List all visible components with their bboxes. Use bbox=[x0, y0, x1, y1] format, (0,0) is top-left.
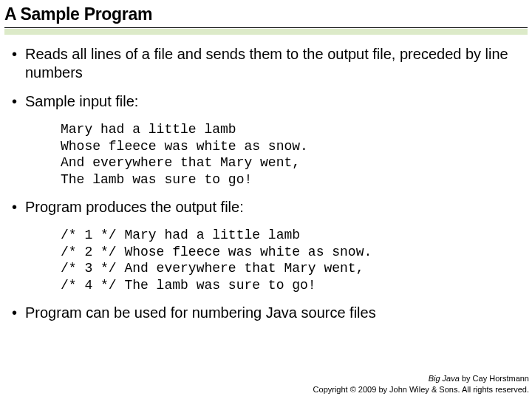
bullet-item: Reads all lines of a file and sends them… bbox=[9, 45, 523, 82]
footer-line-2: Copyright © 2009 by John Wiley & Sons. A… bbox=[313, 384, 529, 395]
bullet-item: Program can be used for numbering Java s… bbox=[9, 304, 523, 322]
code-output: /* 1 */ Mary had a little lamb /* 2 */ W… bbox=[61, 227, 523, 293]
footer: Big Java by Cay Horstmann Copyright © 20… bbox=[313, 373, 529, 395]
title-rule-dark bbox=[4, 27, 528, 28]
title-rule-light bbox=[4, 29, 528, 35]
footer-line-1: Big Java by Cay Horstmann bbox=[313, 373, 529, 383]
slide: A Sample Program Reads all lines of a fi… bbox=[0, 0, 532, 399]
bullet-list: Reads all lines of a file and sends them… bbox=[9, 45, 523, 111]
bullet-list: Program produces the output file: bbox=[9, 198, 523, 216]
bullet-item: Program produces the output file: bbox=[9, 198, 523, 216]
footer-book-title: Big Java bbox=[429, 374, 460, 383]
code-input: Mary had a little lamb Whose fleece was … bbox=[61, 121, 523, 188]
footer-author: by Cay Horstmann bbox=[460, 374, 529, 383]
content-area: Reads all lines of a file and sends them… bbox=[0, 35, 532, 322]
slide-title: A Sample Program bbox=[4, 4, 528, 26]
bullet-item: Sample input file: bbox=[9, 92, 523, 111]
bullet-list: Program can be used for numbering Java s… bbox=[9, 304, 523, 322]
title-block: A Sample Program bbox=[0, 0, 532, 35]
